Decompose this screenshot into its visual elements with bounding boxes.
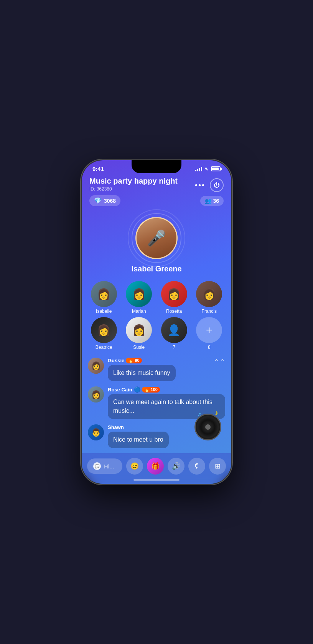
- participant-avatar-7: 👤: [161, 317, 187, 343]
- participant-avatar-susie: 👩: [126, 317, 152, 343]
- participant-item-add[interactable]: + 8: [193, 317, 226, 350]
- input-dot: 💬: [93, 462, 101, 470]
- chat-section: ⌃⌃ 👩 Gussie 🔥 90 Like this music funny �: [82, 355, 231, 460]
- header-title-group: Music party happy night ID: 362380: [89, 177, 178, 192]
- vinyl-circle: [194, 414, 221, 440]
- diamond-badge: 💎 3068: [89, 195, 120, 206]
- bar1: [195, 170, 196, 171]
- chat-username-gussie: Gussie 🔥 90: [108, 358, 225, 363]
- signal-bars: [195, 167, 202, 171]
- volume-button[interactable]: 🔊: [168, 458, 185, 475]
- header-badges: 💎 3068 👥 36: [89, 195, 224, 206]
- gift-button[interactable]: 🎁: [147, 458, 164, 475]
- room-id: ID: 362380: [89, 186, 178, 192]
- mod-icon-rose: 🔵: [134, 386, 140, 393]
- chat-content-gussie: Gussie 🔥 90 Like this music funny: [108, 358, 225, 381]
- bar2: [197, 169, 198, 171]
- more-options-button[interactable]: •••: [195, 181, 205, 190]
- chat-message-gussie: 👩 Gussie 🔥 90 Like this music funny: [88, 358, 225, 381]
- participant-avatar-beatrice: 👩: [91, 317, 117, 343]
- participant-avatar-marian: 👩: [126, 281, 152, 307]
- emoji-button[interactable]: 😊: [126, 458, 143, 475]
- notch: [132, 160, 181, 173]
- status-time: 9:41: [92, 166, 104, 172]
- battery-fill: [212, 168, 219, 170]
- message-input[interactable]: 💬 Hi...: [87, 458, 122, 474]
- chat-avatar-rose[interactable]: 👩: [88, 386, 104, 402]
- header: Music party happy night ID: 362380 ••• ⏻…: [82, 174, 231, 211]
- members-icon: 👥: [205, 198, 211, 204]
- vinyl-center: [205, 424, 211, 430]
- members-badge: 👥 36: [200, 196, 224, 206]
- bar3: [199, 168, 200, 171]
- wifi-icon: ∿: [204, 166, 209, 172]
- participant-name-isabelle: Isabelle: [96, 309, 112, 314]
- host-avatar[interactable]: 🎤: [135, 217, 178, 259]
- badge-fire-gussie: 🔥 90: [126, 358, 142, 363]
- participant-item[interactable]: 👩 Francis: [193, 281, 226, 314]
- members-count: 36: [213, 198, 219, 204]
- battery-icon: [211, 166, 221, 171]
- participant-item[interactable]: 👤 7: [158, 317, 190, 350]
- participant-avatar-rosetta: 👩: [161, 281, 187, 307]
- badge-star-rose: 🔥 100: [142, 387, 160, 393]
- participant-item[interactable]: 👩 Rosetta: [158, 281, 190, 314]
- add-participant-button[interactable]: +: [196, 317, 222, 343]
- participant-name-7: 7: [173, 345, 175, 350]
- status-icons: ∿: [195, 166, 221, 172]
- participant-name-marian: Marian: [132, 309, 146, 314]
- participant-name-rosetta: Rosetta: [166, 309, 182, 314]
- chat-bubble-shawn: Nice to meet u bro: [108, 432, 169, 448]
- participant-item[interactable]: 👩 Isabelle: [88, 281, 120, 314]
- participant-item[interactable]: 👩 Susie: [123, 317, 155, 350]
- chat-avatar-gussie[interactable]: 👩: [88, 358, 104, 374]
- scroll-up-button[interactable]: ⌃⌃: [214, 358, 225, 366]
- phone-frame: 9:41 ∿ Music party happy night ID:: [82, 160, 231, 484]
- phone-screen: 9:41 ∿ Music party happy night ID:: [82, 160, 231, 484]
- participant-name-beatrice: Beatrice: [96, 345, 112, 350]
- home-indicator: [133, 479, 180, 481]
- participant-item[interactable]: 👩 Beatrice: [88, 317, 120, 350]
- header-actions: ••• ⏻: [195, 178, 224, 192]
- diamond-icon: 💎: [94, 197, 102, 204]
- vinyl-record: ♪ ♫: [194, 414, 221, 440]
- host-avatar-wrapper: 🎤: [135, 217, 178, 259]
- room-title: Music party happy night: [89, 177, 178, 186]
- chat-avatar-shawn[interactable]: 👨: [88, 424, 104, 440]
- mic-button[interactable]: 🎙: [188, 458, 205, 475]
- input-placeholder: Hi...: [104, 463, 114, 470]
- host-section: 🎤 Isabel Greene: [82, 211, 231, 276]
- participant-item[interactable]: 👩 Marian: [123, 281, 155, 314]
- participant-avatar-isabelle: 👩: [91, 281, 117, 307]
- participant-name-susie: Susie: [133, 345, 145, 350]
- participant-name-francis: Francis: [202, 309, 217, 314]
- header-top: Music party happy night ID: 362380 ••• ⏻: [89, 177, 224, 192]
- diamond-count: 3068: [104, 198, 116, 204]
- bar4: [201, 167, 202, 171]
- participants-grid: 👩 Isabelle 👩 Marian 👩 Rosetta 👩: [82, 276, 231, 355]
- chat-bubble-gussie: Like this music funny: [108, 365, 176, 381]
- power-button[interactable]: ⏻: [210, 178, 224, 192]
- participant-name-add: 8: [208, 345, 211, 350]
- participant-avatar-francis: 👩: [196, 281, 222, 307]
- host-avatar-inner: 🎤: [137, 218, 176, 258]
- grid-button[interactable]: ⊞: [209, 458, 226, 475]
- chat-username-rose: Rose Cain 🔵 🔥 100: [108, 386, 225, 393]
- chat-message-shawn: 👨 Shawn Nice to meet u bro ♪ ♫: [88, 424, 225, 448]
